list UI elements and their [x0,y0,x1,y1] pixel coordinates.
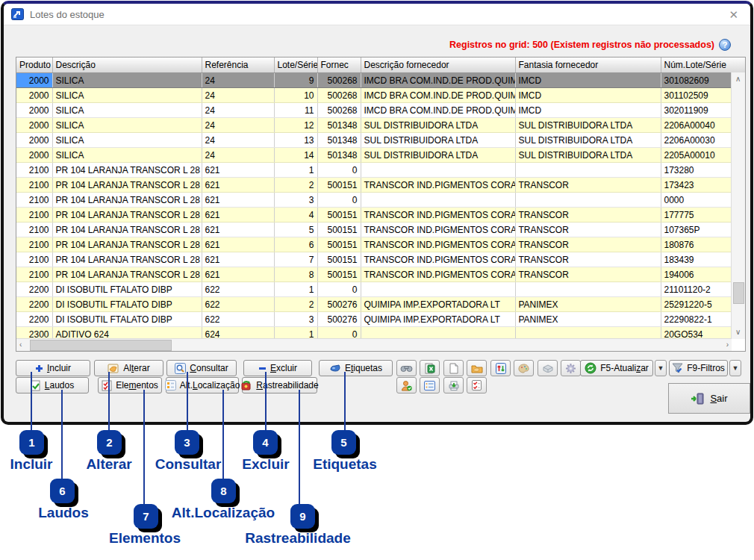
grid-cell[interactable]: TRANSCOR IND.PIGMENTOS CORANTES [361,237,515,252]
grid-cell[interactable] [361,193,515,208]
grid-cell[interactable]: 501348 [317,148,361,163]
grid-cell[interactable]: 2100 [16,163,52,178]
grid-cell[interactable]: SUL DISTRIBUIDORA LTDA [361,118,515,133]
printer-export-icon[interactable] [443,377,464,393]
grid-cell[interactable]: PR 104 LARANJA TRANSCOR L 28 S [52,252,202,267]
column-header[interactable]: Produto [16,57,52,73]
grid-cell[interactable]: TRANSCOR [515,223,661,237]
column-header[interactable]: Descrição fornecedor [361,57,515,73]
grid-cell[interactable]: PR 104 LARANJA TRANSCOR L 28 S [52,237,202,252]
table-row[interactable]: 2100PR 104 LARANJA TRANSCOR L 28 S621101… [16,163,732,178]
grid-cell[interactable]: IMCD BRA COM.IND.DE PROD.QUIM.LT [361,103,515,118]
grid-cell[interactable]: 500276 [317,312,361,327]
grid-cell[interactable]: 24 [202,73,274,88]
alterar-button[interactable]: Alterar [94,360,163,376]
grid-cell[interactable]: 500268 [317,88,361,103]
grid-cell[interactable]: 0 [317,282,361,297]
grid-cell[interactable]: 621 [202,267,274,282]
grid-cell[interactable] [515,282,661,297]
grid-cell[interactable]: 13 [274,133,317,148]
grid-cell[interactable]: PR 104 LARANJA TRANSCOR L 28 S [52,163,202,178]
grid-cell[interactable]: 500151 [317,237,361,252]
grid-cell[interactable]: QUIMIPA IMP.EXPORTADORA LT [361,297,515,312]
grid-cell[interactable]: 22290822-1 [661,312,732,327]
grid-cell[interactable]: 1 [274,327,317,340]
table-row[interactable]: 2100PR 104 LARANJA TRANSCOR L 28 S621850… [16,267,732,282]
grid-cell[interactable]: 24 [202,103,274,118]
grid-cell[interactable]: SILICA [52,73,202,88]
grid-cell[interactable]: 621 [202,237,274,252]
grid-cell[interactable]: 500268 [317,103,361,118]
grid-cell[interactable]: 500151 [317,252,361,267]
grid-cell[interactable] [361,282,515,297]
table-row[interactable]: 2000SILICA2412501348SUL DISTRIBUIDORA LT… [16,118,732,133]
grid-cell[interactable]: 621 [202,193,274,208]
column-header[interactable]: Fornec [317,57,361,73]
grid-cell[interactable]: 4 [274,208,317,223]
table-row[interactable]: 2000SILICA249500268IMCD BRA COM.IND.DE P… [16,73,732,88]
grid-cell[interactable]: PANIMEX [515,297,661,312]
grid-cell[interactable]: QUIMIPA IMP.EXPORTADORA LT [361,312,515,327]
grid-cell[interactable]: IMCD BRA COM.IND.DE PROD.QUIM.LT [361,88,515,103]
gear-icon[interactable] [561,360,581,376]
grid-cell[interactable]: 24 [202,133,274,148]
printer-box-icon[interactable] [538,360,558,376]
alt-localizacao-button[interactable]: Alt.Localização [166,377,239,393]
grid-cell[interactable]: 2100 [16,252,52,267]
grid-cell[interactable]: TRANSCOR IND.PIGMENTOS CORANTES [361,178,515,193]
grid-cell[interactable]: 0 [317,193,361,208]
grid-cell[interactable]: 2000 [16,118,52,133]
grid-cell[interactable]: 2100 [16,237,52,252]
grid-cell[interactable]: DI ISOBUTIL FTALATO DIBP [52,312,202,327]
grid-cell[interactable]: 500151 [317,208,361,223]
grid-cell[interactable]: DI ISOBUTIL FTALATO DIBP [52,282,202,297]
grid-cell[interactable]: 9 [274,73,317,88]
grid-cell[interactable] [515,163,661,178]
grid-cell[interactable]: 501348 [317,133,361,148]
laudos-button[interactable]: Laudos [16,377,89,393]
form-list-icon[interactable] [420,377,440,393]
sair-button[interactable]: Sair [668,383,750,414]
grid-cell[interactable]: 3 [274,193,317,208]
grid-cell[interactable]: 2000 [16,73,52,88]
grid-cell[interactable]: SUL DISTRIBUIDORA LTDA [515,118,661,133]
grid-cell[interactable]: 2 [274,178,317,193]
grid-cell[interactable]: 24 [202,118,274,133]
table-row[interactable]: 2100PR 104 LARANJA TRANSCOR L 28 S621250… [16,178,732,193]
table-row[interactable]: 2100PR 104 LARANJA TRANSCOR L 28 S621550… [16,223,732,237]
grid-cell[interactable]: 2100 [16,193,52,208]
palette-icon[interactable] [514,360,534,376]
grid-cell[interactable]: 183439 [661,252,732,267]
grid-cell[interactable]: PR 104 LARANJA TRANSCOR L 28 S [52,178,202,193]
grid-cell[interactable]: SILICA [52,148,202,163]
grid-cell[interactable]: 2000 [16,133,52,148]
grid-cell[interactable]: 2206A00030 [661,133,732,148]
grid-cell[interactable]: 21101120-2 [661,282,732,297]
grid-cell[interactable]: 24 [202,148,274,163]
grid-cell[interactable]: SILICA [52,133,202,148]
table-row[interactable]: 2100PR 104 LARANJA TRANSCOR L 28 S621750… [16,252,732,267]
grid-cell[interactable]: 621 [202,208,274,223]
vertical-scrollbar[interactable]: ∧ ∨ [731,72,745,339]
table-row[interactable]: 2000SILICA2413501348SUL DISTRIBUIDORA LT… [16,133,732,148]
consultar-button[interactable]: Consultar [166,360,237,376]
grid-cell[interactable]: SUL DISTRIBUIDORA LTDA [515,133,661,148]
grid-cell[interactable]: 10 [274,88,317,103]
grid-cell[interactable]: TRANSCOR [515,267,661,282]
grid-cell[interactable]: 1 [274,282,317,297]
grid-cell[interactable]: TRANSCOR IND.PIGMENTOS CORANTES [361,252,515,267]
grid-cell[interactable]: 622 [202,312,274,327]
grid-cell[interactable]: IMCD BRA COM.IND.DE PROD.QUIM.LT [361,73,515,88]
grid-cell[interactable] [361,327,515,340]
grid-cell[interactable]: 173423 [661,178,732,193]
grid-cell[interactable]: PANIMEX [515,312,661,327]
grid-cell[interactable]: 11 [274,103,317,118]
grid-cell[interactable]: 2100 [16,208,52,223]
grid-cell[interactable]: 24 [202,88,274,103]
grid-cell[interactable]: 302011909 [661,103,732,118]
grid-cell[interactable]: 180876 [661,237,732,252]
table-row[interactable]: 2200DI ISOBUTIL FTALATO DIBP6222500276QU… [16,297,732,312]
grid-cell[interactable] [515,327,661,340]
grid-cell[interactable]: 2000 [16,88,52,103]
grid-cell[interactable]: 2000 [16,148,52,163]
